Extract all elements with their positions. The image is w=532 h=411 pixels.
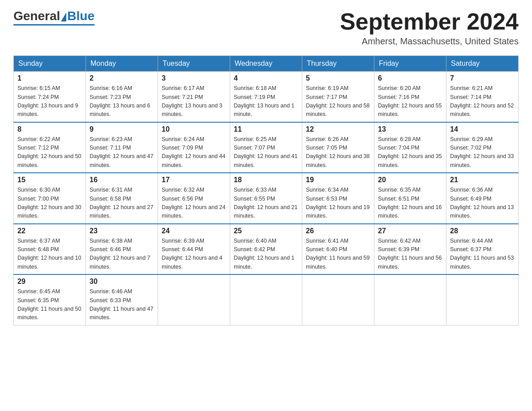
day-number: 10	[162, 125, 226, 133]
day-info: Sunrise: 6:28 AMSunset: 7:04 PMDaylight:…	[378, 135, 442, 170]
day-info: Sunrise: 6:18 AMSunset: 7:19 PMDaylight:…	[234, 84, 298, 119]
weekday-header-saturday: Saturday	[446, 56, 519, 72]
calendar-cell: 16Sunrise: 6:31 AMSunset: 6:58 PMDayligh…	[86, 173, 158, 224]
calendar-cell: 12Sunrise: 6:26 AMSunset: 7:05 PMDayligh…	[302, 122, 374, 173]
day-number: 12	[306, 125, 370, 133]
day-number: 2	[90, 74, 154, 82]
day-number: 28	[450, 227, 515, 235]
day-info: Sunrise: 6:44 AMSunset: 6:37 PMDaylight:…	[450, 237, 515, 272]
calendar-cell: 5Sunrise: 6:19 AMSunset: 7:17 PMDaylight…	[302, 72, 374, 122]
weekday-header-friday: Friday	[374, 56, 446, 72]
calendar-cell: 3Sunrise: 6:17 AMSunset: 7:21 PMDaylight…	[158, 72, 230, 122]
calendar-cell	[158, 274, 230, 325]
calendar-cell: 21Sunrise: 6:36 AMSunset: 6:49 PMDayligh…	[446, 173, 519, 224]
day-info: Sunrise: 6:16 AMSunset: 7:23 PMDaylight:…	[90, 84, 154, 119]
day-number: 4	[234, 74, 298, 82]
day-info: Sunrise: 6:15 AMSunset: 7:24 PMDaylight:…	[17, 84, 82, 119]
calendar-cell: 10Sunrise: 6:24 AMSunset: 7:09 PMDayligh…	[158, 122, 230, 173]
day-info: Sunrise: 6:40 AMSunset: 6:42 PMDaylight:…	[234, 237, 298, 272]
day-number: 9	[90, 125, 154, 133]
calendar-cell: 20Sunrise: 6:35 AMSunset: 6:51 PMDayligh…	[374, 173, 446, 224]
weekday-header-wednesday: Wednesday	[230, 56, 302, 72]
day-number: 23	[90, 227, 154, 235]
day-info: Sunrise: 6:46 AMSunset: 6:33 PMDaylight:…	[90, 287, 154, 322]
calendar-cell: 4Sunrise: 6:18 AMSunset: 7:19 PMDaylight…	[230, 72, 302, 122]
day-info: Sunrise: 6:32 AMSunset: 6:56 PMDaylight:…	[162, 186, 226, 221]
day-number: 21	[450, 176, 515, 184]
day-info: Sunrise: 6:34 AMSunset: 6:53 PMDaylight:…	[306, 186, 370, 221]
calendar-cell: 26Sunrise: 6:41 AMSunset: 6:40 PMDayligh…	[302, 224, 374, 275]
calendar-cell: 24Sunrise: 6:39 AMSunset: 6:44 PMDayligh…	[158, 224, 230, 275]
calendar-week-row: 15Sunrise: 6:30 AMSunset: 7:00 PMDayligh…	[14, 173, 519, 224]
calendar-cell	[230, 274, 302, 325]
day-info: Sunrise: 6:26 AMSunset: 7:05 PMDaylight:…	[306, 135, 370, 170]
title-section: September 2024 Amherst, Massachusetts, U…	[340, 9, 519, 47]
day-info: Sunrise: 6:37 AMSunset: 6:48 PMDaylight:…	[17, 237, 82, 272]
day-info: Sunrise: 6:31 AMSunset: 6:58 PMDaylight:…	[90, 186, 154, 221]
day-number: 26	[306, 227, 370, 235]
calendar-cell: 30Sunrise: 6:46 AMSunset: 6:33 PMDayligh…	[86, 274, 158, 325]
calendar-cell	[374, 274, 446, 325]
day-info: Sunrise: 6:41 AMSunset: 6:40 PMDaylight:…	[306, 237, 370, 272]
calendar-cell: 18Sunrise: 6:33 AMSunset: 6:55 PMDayligh…	[230, 173, 302, 224]
logo-general: General	[13, 9, 60, 23]
calendar-cell: 27Sunrise: 6:42 AMSunset: 6:39 PMDayligh…	[374, 224, 446, 275]
day-number: 27	[378, 227, 442, 235]
calendar-week-row: 22Sunrise: 6:37 AMSunset: 6:48 PMDayligh…	[14, 224, 519, 275]
day-number: 15	[17, 176, 82, 184]
weekday-header-tuesday: Tuesday	[158, 56, 230, 72]
logo-text: General Blue	[13, 9, 94, 23]
calendar-week-row: 8Sunrise: 6:22 AMSunset: 7:12 PMDaylight…	[14, 122, 519, 173]
calendar-table: SundayMondayTuesdayWednesdayThursdayFrid…	[13, 56, 519, 325]
logo-blue: Blue	[67, 9, 94, 23]
day-info: Sunrise: 6:21 AMSunset: 7:14 PMDaylight:…	[450, 84, 515, 119]
day-info: Sunrise: 6:23 AMSunset: 7:11 PMDaylight:…	[90, 135, 154, 170]
logo: General Blue	[13, 9, 94, 26]
day-number: 19	[306, 176, 370, 184]
calendar-cell: 13Sunrise: 6:28 AMSunset: 7:04 PMDayligh…	[374, 122, 446, 173]
calendar-cell: 8Sunrise: 6:22 AMSunset: 7:12 PMDaylight…	[14, 122, 86, 173]
calendar-cell: 11Sunrise: 6:25 AMSunset: 7:07 PMDayligh…	[230, 122, 302, 173]
day-number: 17	[162, 176, 226, 184]
calendar-cell: 29Sunrise: 6:45 AMSunset: 6:35 PMDayligh…	[14, 274, 86, 325]
calendar-week-row: 29Sunrise: 6:45 AMSunset: 6:35 PMDayligh…	[14, 274, 519, 325]
calendar-week-row: 1Sunrise: 6:15 AMSunset: 7:24 PMDaylight…	[14, 72, 519, 122]
day-info: Sunrise: 6:30 AMSunset: 7:00 PMDaylight:…	[17, 186, 82, 221]
calendar-cell: 22Sunrise: 6:37 AMSunset: 6:48 PMDayligh…	[14, 224, 86, 275]
day-info: Sunrise: 6:19 AMSunset: 7:17 PMDaylight:…	[306, 84, 370, 119]
calendar-cell: 14Sunrise: 6:29 AMSunset: 7:02 PMDayligh…	[446, 122, 519, 173]
day-info: Sunrise: 6:42 AMSunset: 6:39 PMDaylight:…	[378, 237, 442, 272]
day-number: 8	[17, 125, 82, 133]
calendar-cell	[446, 274, 519, 325]
day-info: Sunrise: 6:17 AMSunset: 7:21 PMDaylight:…	[162, 84, 226, 119]
day-info: Sunrise: 6:35 AMSunset: 6:51 PMDaylight:…	[378, 186, 442, 221]
day-number: 20	[378, 176, 442, 184]
day-number: 25	[234, 227, 298, 235]
day-number: 5	[306, 74, 370, 82]
calendar-cell: 1Sunrise: 6:15 AMSunset: 7:24 PMDaylight…	[14, 72, 86, 122]
calendar-cell: 28Sunrise: 6:44 AMSunset: 6:37 PMDayligh…	[446, 224, 519, 275]
day-info: Sunrise: 6:36 AMSunset: 6:49 PMDaylight:…	[450, 186, 515, 221]
logo-underline	[13, 24, 94, 26]
calendar-cell: 19Sunrise: 6:34 AMSunset: 6:53 PMDayligh…	[302, 173, 374, 224]
weekday-header-sunday: Sunday	[14, 56, 86, 72]
day-info: Sunrise: 6:20 AMSunset: 7:16 PMDaylight:…	[378, 84, 442, 119]
page-header: General Blue September 2024 Amherst, Mas…	[13, 9, 519, 47]
day-info: Sunrise: 6:29 AMSunset: 7:02 PMDaylight:…	[450, 135, 515, 170]
day-number: 18	[234, 176, 298, 184]
calendar-cell	[302, 274, 374, 325]
day-number: 7	[450, 74, 515, 82]
calendar-cell: 25Sunrise: 6:40 AMSunset: 6:42 PMDayligh…	[230, 224, 302, 275]
day-info: Sunrise: 6:33 AMSunset: 6:55 PMDaylight:…	[234, 186, 298, 221]
day-number: 14	[450, 125, 515, 133]
day-number: 3	[162, 74, 226, 82]
calendar-cell: 2Sunrise: 6:16 AMSunset: 7:23 PMDaylight…	[86, 72, 158, 122]
weekday-header-thursday: Thursday	[302, 56, 374, 72]
day-number: 1	[17, 74, 82, 82]
day-number: 22	[17, 227, 82, 235]
day-number: 24	[162, 227, 226, 235]
day-number: 30	[90, 278, 154, 286]
day-info: Sunrise: 6:45 AMSunset: 6:35 PMDaylight:…	[17, 287, 82, 322]
calendar-cell: 6Sunrise: 6:20 AMSunset: 7:16 PMDaylight…	[374, 72, 446, 122]
day-number: 16	[90, 176, 154, 184]
